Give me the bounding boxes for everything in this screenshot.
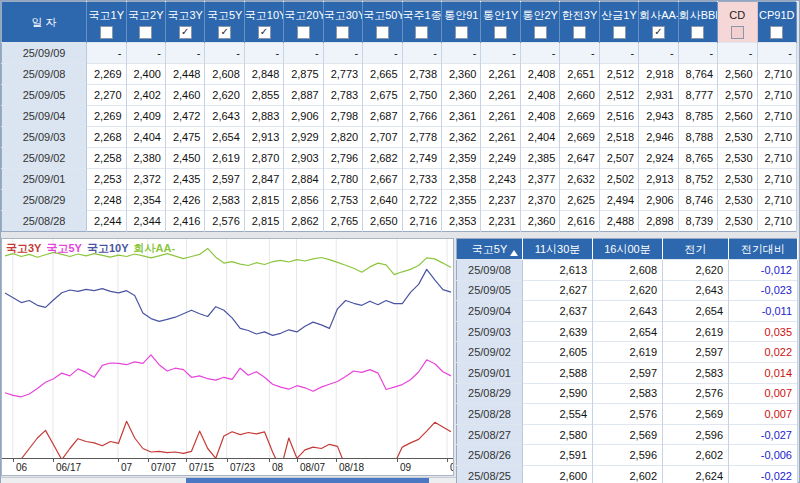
- intraday-table-row: 25/08/252,6002,6022,624-0,022: [457, 465, 798, 483]
- column-header-10[interactable]: 통안1Y: [481, 2, 520, 43]
- column-header-2[interactable]: 국고3Y✓: [165, 2, 204, 43]
- column-checkbox-unchecked[interactable]: [573, 26, 586, 39]
- change-value-cell: 0,007: [729, 383, 798, 404]
- yield-value-cell: 2,946: [639, 127, 678, 148]
- column-header-6[interactable]: 국고30Y: [323, 2, 362, 43]
- column-checkbox-unchecked[interactable]: [691, 26, 704, 39]
- intraday-column-header-2[interactable]: 16시00분: [593, 239, 663, 260]
- yield-value-cell: 2,518: [599, 127, 638, 148]
- yield-value-cell: 2,616: [560, 211, 599, 232]
- yield-chart-panel: 국고3Y국고5Y국고10Y회사AA- 0606/170707/0707/1507…: [1, 238, 454, 476]
- yield-value-cell: 2,682: [363, 148, 402, 169]
- column-checkbox-unchecked[interactable]: [336, 26, 349, 39]
- yield-value-cell: 2,766: [402, 106, 441, 127]
- intraday-header-label: 국고5Y: [472, 243, 507, 255]
- yield-value-cell: 8,785: [678, 106, 717, 127]
- chart-x-axis: 0606/170707/0707/1507/230808/0708/18090: [2, 458, 453, 475]
- column-checkbox-checked[interactable]: ✓: [652, 26, 665, 39]
- prev-value-cell: 2,576: [663, 383, 729, 404]
- x-axis-label: 07/15: [189, 462, 214, 473]
- column-header-7[interactable]: 국고50Y: [363, 2, 402, 43]
- x-axis-tick: [148, 459, 149, 462]
- yield-value-cell: 2,608: [205, 64, 244, 85]
- yield-value-cell: 2,707: [363, 127, 402, 148]
- yield-value-cell: -: [757, 43, 796, 64]
- intraday-table-header-row: 국고5Y11시30분16시00분전기전기대비: [457, 239, 798, 260]
- column-header-9[interactable]: 통안91: [442, 2, 481, 43]
- yield-value-cell: 2,261: [481, 64, 520, 85]
- row-date-cell: 25/09/08: [2, 64, 87, 85]
- x-axis-tick: [397, 459, 398, 462]
- yield-value-cell: -: [165, 43, 204, 64]
- yield-value-cell: 2,404: [520, 127, 559, 148]
- row-date-cell: 25/08/29: [457, 383, 523, 404]
- yield-value-cell: 2,409: [126, 106, 165, 127]
- yield-value-cell: 2,353: [442, 211, 481, 232]
- column-header-1[interactable]: 국고2Y: [126, 2, 165, 43]
- x-axis-label: 07: [121, 462, 132, 473]
- column-header-5[interactable]: 국고20Y: [284, 2, 323, 43]
- column-checkbox-unchecked[interactable]: [494, 26, 507, 39]
- yield-value-cell: 2,269: [87, 106, 126, 127]
- column-checkbox-unchecked[interactable]: [415, 26, 428, 39]
- column-checkbox-unchecked[interactable]: [297, 26, 310, 39]
- chart-hscrollbar-track[interactable]: [1, 477, 456, 483]
- row-date-cell: 25/09/05: [457, 280, 523, 301]
- yield-value-cell: 2,887: [284, 85, 323, 106]
- yield-value-cell: 2,358: [442, 169, 481, 190]
- column-header-16[interactable]: CD: [718, 2, 757, 43]
- column-checkbox-unchecked[interactable]: [100, 26, 113, 39]
- yield-value-cell: 2,460: [165, 85, 204, 106]
- column-checkbox-unchecked[interactable]: [455, 26, 468, 39]
- legend-item: 회사AA-: [134, 242, 176, 254]
- column-header-label: 통안91: [442, 6, 480, 22]
- yield-value-cell: 2,244: [87, 211, 126, 232]
- column-header-17[interactable]: CP91D: [757, 2, 796, 43]
- value-1130-cell: 2,605: [523, 342, 593, 363]
- column-checkbox-unchecked[interactable]: [139, 26, 152, 39]
- column-header-13[interactable]: 산금1Y: [599, 2, 638, 43]
- column-header-12[interactable]: 한전3Y: [560, 2, 599, 43]
- yield-value-cell: 2,377: [520, 169, 559, 190]
- intraday-column-header-0[interactable]: 국고5Y: [457, 239, 523, 260]
- yield-value-cell: 2,620: [205, 85, 244, 106]
- yield-value-cell: 2,667: [363, 169, 402, 190]
- yield-value-cell: 2,570: [718, 85, 757, 106]
- yield-value-cell: 2,750: [402, 85, 441, 106]
- intraday-column-header-1[interactable]: 11시30분: [523, 239, 593, 260]
- column-checkbox-unchecked[interactable]: [376, 26, 389, 39]
- column-header-label: 국고10Y: [245, 6, 283, 22]
- yield-value-cell: 2,408: [520, 64, 559, 85]
- intraday-column-header-3[interactable]: 전기: [663, 239, 729, 260]
- yield-value-cell: 2,749: [402, 148, 441, 169]
- intraday-column-header-4[interactable]: 전기대비: [729, 239, 798, 260]
- column-checkbox-checked[interactable]: ✓: [218, 26, 231, 39]
- column-header-11[interactable]: 통안2Y: [520, 2, 559, 43]
- chart-hscrollbar-thumb[interactable]: [186, 478, 429, 483]
- yield-value-cell: 2,913: [639, 169, 678, 190]
- column-header-15[interactable]: 회사BBB-: [678, 2, 717, 43]
- column-checkbox-unchecked[interactable]: [770, 26, 783, 39]
- column-header-0[interactable]: 국고1Y: [87, 2, 126, 43]
- column-checkbox-checked[interactable]: ✓: [258, 26, 271, 39]
- yield-value-cell: 2,448: [165, 64, 204, 85]
- column-header-8[interactable]: 국주1종: [402, 2, 441, 43]
- yield-table-row: 25/09/042,2692,4092,4722,6432,8832,9062,…: [2, 106, 797, 127]
- yield-value-cell: 2,426: [165, 190, 204, 211]
- column-header-4[interactable]: 국고10Y✓: [244, 2, 283, 43]
- column-header-label: 회사AA-: [639, 6, 677, 22]
- yield-value-cell: 2,512: [599, 85, 638, 106]
- yield-value-cell: 2,753: [323, 190, 362, 211]
- column-checkbox-checked[interactable]: ✓: [179, 26, 192, 39]
- column-header-label: CD: [718, 6, 756, 22]
- column-header-label: 산금1Y: [600, 6, 638, 22]
- column-header-3[interactable]: 국고5Y✓: [205, 2, 244, 43]
- yield-value-cell: 8,765: [678, 148, 717, 169]
- column-checkbox-unchecked[interactable]: [534, 26, 547, 39]
- column-checkbox-unchecked[interactable]: [613, 26, 626, 39]
- intraday-table-row: 25/08/292,5902,5832,5760,007: [457, 383, 798, 404]
- column-header-14[interactable]: 회사AA-✓: [639, 2, 678, 43]
- column-checkbox-unchecked[interactable]: [731, 26, 744, 39]
- yield-value-cell: 2,710: [757, 190, 796, 211]
- yield-value-cell: 2,583: [205, 190, 244, 211]
